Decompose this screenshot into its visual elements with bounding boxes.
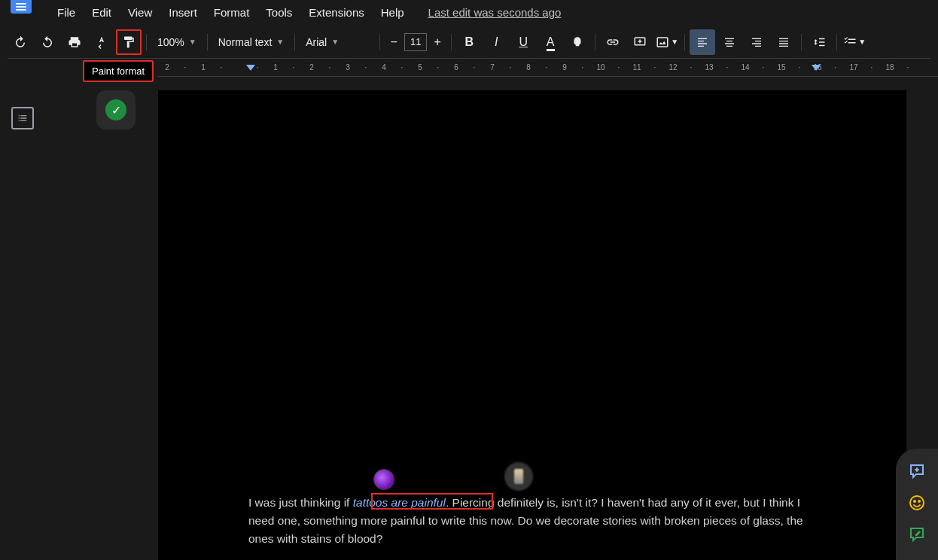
align-center-button[interactable]	[717, 29, 742, 55]
ruler-tick: ·	[690, 63, 693, 72]
suggest-edits-icon[interactable]	[908, 525, 926, 543]
ruler-number: 3	[346, 63, 350, 72]
separator	[836, 34, 837, 50]
last-edit-link[interactable]: Last edit was seconds ago	[428, 6, 562, 19]
add-comment-icon[interactable]	[908, 462, 926, 480]
checklist-button[interactable]: ▼	[842, 29, 867, 55]
ruler[interactable]: 2·1··1·2·3·4·5·6·7·8·9·10·11·12·13·14·15…	[158, 62, 938, 77]
ruler-number: 2	[309, 63, 314, 72]
ruler-tick: ·	[726, 63, 729, 72]
spellcheck-button[interactable]	[89, 29, 114, 55]
ruler-tick: ·	[618, 63, 620, 72]
ruler-tick: ·	[329, 63, 331, 72]
undo-button[interactable]	[8, 29, 33, 55]
ruler-tick: ·	[257, 63, 259, 72]
collaborator-cursor-avatar-2	[504, 462, 533, 491]
svg-rect-1	[658, 38, 668, 47]
ruler-number: 13	[705, 63, 713, 72]
align-right-button[interactable]	[744, 29, 769, 55]
ruler-number: 18	[885, 63, 894, 72]
ruler-tick: ·	[221, 63, 223, 72]
style-value: Normal text	[218, 36, 273, 48]
ruler-number: 10	[596, 63, 605, 72]
collaborator-cursor-avatar-1	[373, 469, 394, 490]
ruler-number: 2	[165, 63, 169, 72]
add-comment-button[interactable]	[627, 29, 653, 55]
menu-view[interactable]: View	[120, 3, 160, 22]
separator	[379, 34, 380, 50]
side-tool-panel	[896, 449, 938, 560]
redo-button[interactable]	[35, 29, 60, 55]
ruler-tick: ·	[799, 63, 801, 72]
ruler-number: 8	[526, 63, 531, 72]
ruler-tick: ·	[582, 63, 584, 72]
left-indent-marker[interactable]	[246, 65, 255, 74]
separator	[451, 34, 452, 50]
paint-format-button[interactable]	[116, 29, 142, 55]
grammar-check-badge[interactable]: ✓	[96, 90, 136, 129]
underline-button[interactable]: U	[510, 29, 536, 55]
ruler-number: 7	[490, 63, 495, 72]
emphasized-text: tattoos are painful	[353, 496, 446, 509]
font-select[interactable]: Arial ▼	[300, 36, 375, 48]
checkmark-icon: ✓	[105, 99, 126, 120]
text-segment: I was just thinking if	[248, 496, 353, 509]
menu-insert[interactable]: Insert	[161, 3, 205, 22]
emoji-reaction-icon[interactable]	[908, 494, 926, 512]
ruler-number: 14	[741, 63, 749, 72]
text-color-button[interactable]: A	[538, 29, 563, 55]
zoom-value: 100%	[157, 36, 184, 48]
ruler-number: 9	[562, 63, 567, 72]
decrease-font-size-button[interactable]: −	[385, 29, 403, 55]
ruler-tick: ·	[546, 63, 548, 72]
menu-format[interactable]: Format	[206, 3, 257, 22]
separator	[684, 34, 685, 50]
left-sidebar	[0, 77, 45, 560]
separator	[294, 34, 295, 50]
menu-edit[interactable]: Edit	[84, 3, 119, 22]
style-select[interactable]: Normal text ▼	[212, 36, 290, 48]
highlight-color-button[interactable]	[565, 29, 590, 55]
insert-image-button[interactable]: ▼	[654, 29, 680, 55]
document-body-text[interactable]: I was just thinking if tattoos are painf…	[248, 494, 813, 548]
svg-point-4	[910, 496, 924, 510]
docs-app-icon[interactable]	[11, 0, 32, 14]
ruler-number: 6	[454, 63, 458, 72]
menu-help[interactable]: Help	[373, 3, 412, 22]
separator	[595, 34, 595, 50]
svg-point-5	[914, 501, 915, 502]
align-justify-button[interactable]	[771, 29, 796, 55]
ruler-tick: ·	[871, 63, 873, 72]
ruler-number: 1	[273, 63, 278, 72]
menu-extensions[interactable]: Extensions	[301, 3, 371, 22]
ruler-tick: ·	[907, 63, 909, 72]
document-scroll-area[interactable]: ✓ I was just thinking if tattoos are pai…	[45, 77, 938, 560]
menu-file[interactable]: File	[50, 3, 83, 22]
align-left-button[interactable]	[690, 29, 715, 55]
menu-tools[interactable]: Tools	[258, 3, 300, 22]
print-button[interactable]	[62, 29, 87, 55]
separator	[801, 34, 802, 50]
right-indent-marker[interactable]	[812, 65, 821, 74]
bold-button[interactable]: B	[456, 29, 482, 55]
italic-button[interactable]: I	[483, 29, 509, 55]
ruler-number: 5	[418, 63, 422, 72]
document-page[interactable]: I was just thinking if tattoos are painf…	[158, 90, 906, 560]
ruler-number: 11	[632, 63, 641, 72]
zoom-select[interactable]: 100% ▼	[151, 36, 203, 48]
line-spacing-button[interactable]	[806, 29, 832, 55]
ruler-number: 15	[777, 63, 785, 72]
caret-down-icon: ▼	[671, 38, 678, 46]
ruler-tick: ·	[365, 63, 367, 72]
caret-down-icon: ▼	[276, 38, 284, 46]
toolbar: 100% ▼ Normal text ▼ Arial ▼ − 11 + B I …	[8, 29, 930, 59]
increase-font-size-button[interactable]: +	[428, 29, 446, 55]
font-value: Arial	[306, 36, 327, 48]
ruler-tick: ·	[763, 63, 765, 72]
ruler-number: 17	[849, 63, 857, 72]
ruler-number: 4	[382, 63, 386, 72]
show-outline-button[interactable]	[11, 107, 34, 129]
font-size-input[interactable]: 11	[404, 33, 427, 51]
insert-link-button[interactable]	[600, 29, 626, 55]
paint-format-tooltip: Paint format	[83, 60, 154, 82]
